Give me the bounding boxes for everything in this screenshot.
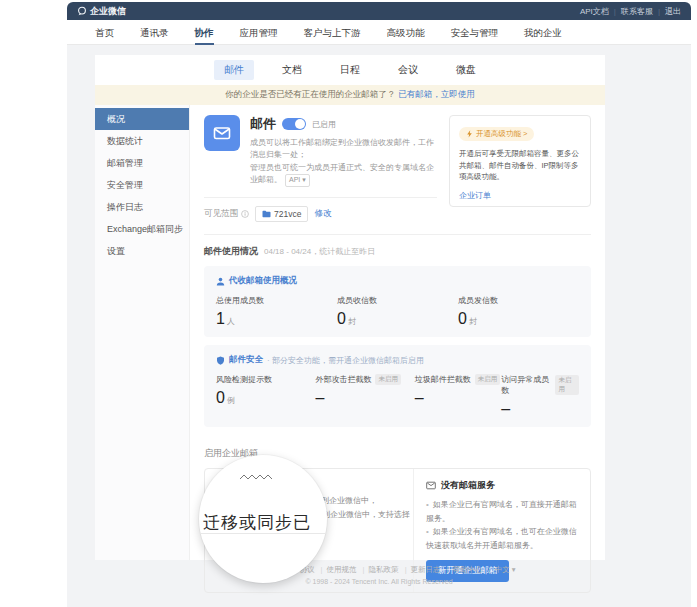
shield-icon: [216, 356, 225, 365]
mail-enabled-toggle[interactable]: [282, 118, 306, 130]
mail-feature-icon: [204, 115, 240, 151]
sidebar-item-mailbox-management[interactable]: 邮箱管理: [95, 152, 189, 174]
stat-attack-intercepts: 外部攻击拦截数 未启用 –: [315, 374, 414, 418]
footer: 关于腾讯 用户协议 使用规范 隐私政策 更新日志 帮助中心 中文 ▾ © 199…: [67, 565, 691, 585]
nav-tab-contacts[interactable]: 通讯录: [140, 20, 169, 45]
copyright-text: © 1998 - 2024 Tencent Inc. All Rights Re…: [67, 578, 691, 585]
usage-section-title: 邮件使用情况: [204, 245, 258, 258]
footer-link-changelog[interactable]: 更新日志: [401, 565, 441, 574]
subtab-meeting[interactable]: 会议: [388, 60, 428, 80]
notice-banner-link[interactable]: 已有邮箱，立即使用: [398, 89, 475, 101]
footer-link-privacy[interactable]: 隐私政策: [359, 565, 399, 574]
stat-abnormal-access: 访问异常成员数 未启用 –: [501, 374, 579, 418]
nav-tab-advanced[interactable]: 高级功能: [387, 20, 425, 45]
info-icon[interactable]: [241, 210, 249, 218]
nav-tab-customers[interactable]: 客户与上下游: [304, 20, 361, 45]
scope-tag-label: 721vce: [274, 209, 301, 219]
api-docs-link[interactable]: API文档: [580, 6, 609, 17]
nav-tab-security[interactable]: 安全与管理: [451, 20, 499, 45]
api-dropdown-tag[interactable]: API ▾: [285, 174, 310, 187]
logout-link[interactable]: 退出: [653, 6, 681, 17]
nav-tab-collaboration[interactable]: 协作: [195, 20, 214, 45]
delegated-panel-title: 代收邮箱使用概况: [229, 275, 297, 287]
premium-promo-text: 开通后可享受无限邮箱容量、更多公共邮箱、邮件自动备份、IP限制等多项高级功能。: [459, 148, 581, 183]
nav-tab-home[interactable]: 首页: [95, 20, 114, 45]
premium-upgrade-badge[interactable]: 开通高级功能 >: [459, 127, 534, 141]
main-card: 邮件 文档 日程 会议 微盘 你的企业是否已经有正在使用的企业邮箱了？ 已有邮箱…: [95, 55, 605, 560]
stat-sent-count: 成员发信数 0封: [458, 295, 579, 328]
sidebar-item-overview[interactable]: 概况: [95, 108, 189, 130]
top-bar: 企业微信 API文档 联系客服 退出: [67, 2, 691, 20]
sidebar-item-statistics[interactable]: 数据统计: [95, 130, 189, 152]
premium-promo-box: 开通高级功能 > 开通后可享受无限邮箱容量、更多公共邮箱、邮件自动备份、IP限制…: [449, 115, 591, 207]
security-panel-title: 邮件安全: [229, 354, 263, 366]
sidebar-item-security-management[interactable]: 安全管理: [95, 174, 189, 196]
toggle-knob: [295, 119, 305, 129]
notice-banner: 你的企业是否已经有正在使用的企业邮箱了？ 已有邮箱，立即使用: [95, 85, 605, 105]
usage-period: 04/18 - 04/24，统计截止至昨日: [264, 246, 375, 257]
page: 企业微信 API文档 联系客服 退出 首页 通讯录 协作 应用管理 客户与上下游…: [0, 0, 697, 607]
app-logo-label: 企业微信: [90, 5, 126, 18]
squiggle-annotation: [239, 472, 273, 482]
footer-link-usage-policy[interactable]: 使用规范: [317, 565, 357, 574]
not-enabled-badge: 未启用: [555, 375, 579, 395]
subtab-calendar[interactable]: 日程: [330, 60, 370, 80]
mail-security-panel: 邮件安全 · 部分安全功能，需开通企业微信邮箱后启用 风险检测提示数 0例 外部…: [204, 345, 591, 427]
footer-language-selector[interactable]: 中文 ▾: [485, 565, 516, 574]
visibility-scope-row: 可见范围 721vce: [204, 198, 437, 230]
sidebar-item-operation-log[interactable]: 操作日志: [95, 196, 189, 218]
footer-link-help-center[interactable]: 帮助中心: [443, 565, 483, 574]
sidebar-item-settings[interactable]: 设置: [95, 240, 189, 262]
enterprise-order-link[interactable]: 企业订单: [459, 190, 581, 201]
no-mailbox-bullet-1: 如果企业已有官网域名，可直接开通邮箱服务。: [426, 498, 578, 525]
no-mailbox-bullet-2: 如果企业没有官网域名，也可在企业微信快速获取域名并开通邮箱服务。: [426, 525, 578, 552]
content-background: 邮件 文档 日程 会议 微盘 你的企业是否已经有正在使用的企业邮箱了？ 已有邮箱…: [67, 45, 691, 607]
subtab-drive[interactable]: 微盘: [446, 60, 486, 80]
not-enabled-badge: 未启用: [475, 374, 501, 385]
subtab-mail[interactable]: 邮件: [214, 60, 254, 80]
spark-icon: [466, 130, 473, 138]
feature-desc-line1: 成员可以将工作邮箱绑定到企业微信收发邮件，工作消息归集一处；: [250, 138, 434, 159]
scope-department-tag: 721vce: [255, 206, 308, 222]
notice-banner-text: 你的企业是否已经有正在使用的企业邮箱了？: [225, 89, 395, 101]
app-logo[interactable]: 企业微信: [77, 5, 126, 18]
topbar-links: API文档 联系客服 退出: [580, 6, 681, 17]
person-icon: [216, 277, 225, 286]
scope-modify-link[interactable]: 修改: [314, 208, 331, 220]
contact-support-link[interactable]: 联系客服: [609, 6, 653, 17]
main-panel: 邮件 已启用 成员可以将工作邮箱绑定到企业微信收发邮件，工作消息归集一处； 管理…: [190, 105, 605, 560]
no-mailbox-title: 没有邮箱服务: [441, 479, 495, 492]
sidebar-item-exchange-sync[interactable]: Exchange邮箱同步: [95, 218, 189, 240]
stat-spam-intercepts: 垃圾邮件拦截数 未启用 –: [415, 374, 501, 418]
security-panel-note: · 部分安全功能，需开通企业微信邮箱后启用: [267, 355, 424, 366]
nav-tab-my-company[interactable]: 我的企业: [524, 20, 562, 45]
feature-title: 邮件: [250, 115, 276, 133]
magnifier-lens-text: 迁移或同步已: [203, 511, 311, 534]
sidebar: 概况 数据统计 邮箱管理 安全管理 操作日志 Exchange邮箱同步 设置: [95, 105, 190, 560]
stat-risk-alerts: 风险检测提示数 0例: [216, 374, 315, 418]
sub-tabs: 邮件 文档 日程 会议 微盘: [95, 55, 605, 85]
envelope-plus-icon: [426, 481, 436, 490]
premium-upgrade-label: 开通高级功能 >: [476, 129, 527, 139]
magnifier-lens-underline: [199, 533, 327, 534]
folder-icon: [262, 210, 271, 218]
primary-nav: 首页 通讯录 协作 应用管理 客户与上下游 高级功能 安全与管理 我的企业: [67, 20, 691, 45]
stat-total-members: 总使用成员数 1人: [216, 295, 337, 328]
not-enabled-badge: 未启用: [375, 374, 401, 385]
wework-logo-icon: [77, 6, 87, 16]
nav-tab-app-management[interactable]: 应用管理: [240, 20, 278, 45]
feature-status: 已启用: [312, 119, 336, 130]
feature-desc-line2: 管理员也可统一为成员开通正式、安全的专属域名企业邮箱。: [250, 163, 434, 184]
subtab-docs[interactable]: 文档: [272, 60, 312, 80]
scope-label: 可见范围: [204, 208, 238, 220]
stat-received-count: 成员收信数 0封: [337, 295, 458, 328]
delegated-mailbox-panel: 代收邮箱使用概况 总使用成员数 1人 成员收信数 0封: [204, 266, 591, 337]
